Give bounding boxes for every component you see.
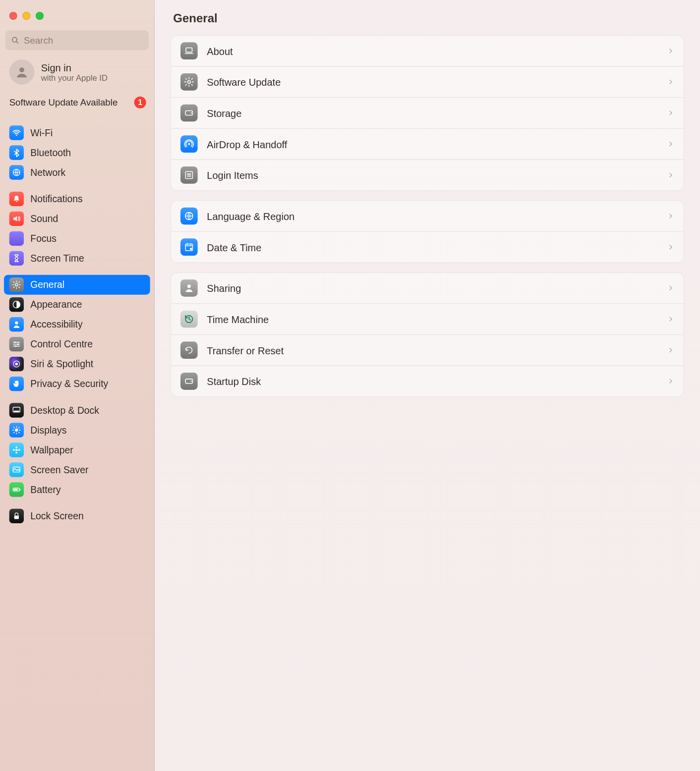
close-window-button[interactable]	[9, 12, 17, 20]
settings-group: AboutSoftware UpdateStorageAirDrop & Han…	[171, 35, 684, 191]
clockback-icon	[180, 311, 198, 328]
settings-row-about[interactable]: About	[171, 36, 683, 66]
settings-row-sharing[interactable]: Sharing	[171, 273, 683, 303]
sidebar-item-label: Wi-Fi	[30, 127, 53, 138]
bluetooth-icon	[9, 145, 24, 160]
sidebar-item-general[interactable]: General	[4, 275, 150, 295]
settings-row-label: Startup Disk	[207, 376, 261, 387]
sidebar-item-privacy[interactable]: Privacy & Security	[4, 374, 150, 394]
sidebar-item-sound[interactable]: Sound	[4, 209, 150, 228]
sidebar-item-label: Notifications	[30, 194, 82, 204]
sidebar-item-bluetooth[interactable]: Bluetooth	[4, 143, 150, 163]
settings-row-timemachine[interactable]: Time Machine	[171, 303, 683, 334]
bell-icon	[9, 192, 24, 206]
sidebar-item-accessibility[interactable]: Accessibility	[4, 315, 150, 334]
sidebar: Sign in with your Apple ID Software Upda…	[0, 0, 155, 771]
settings-row-login-items[interactable]: Login Items	[171, 159, 683, 190]
sidebar-item-label: Sound	[30, 214, 58, 224]
settings-row-datetime[interactable]: Date & Time	[171, 231, 683, 263]
flower-icon	[9, 442, 24, 457]
sidebar-item-label: General	[30, 279, 64, 290]
reset-icon	[180, 341, 198, 359]
settings-row-label: Time Machine	[207, 314, 269, 325]
chevron-right-icon	[668, 241, 674, 253]
chevron-right-icon	[668, 344, 674, 356]
sidebar-item-label: Siri & Spotlight	[30, 359, 93, 369]
speaker-icon	[9, 212, 24, 226]
settings-row-label: Sharing	[207, 282, 241, 294]
signin-title: Sign in	[41, 62, 108, 73]
settings-row-language[interactable]: Language & Region	[171, 201, 683, 231]
settings-row-label: Storage	[207, 108, 241, 119]
sidebar-item-label: Control Centre	[30, 339, 93, 349]
settings-row-startup[interactable]: Startup Disk	[171, 365, 683, 396]
list-icon	[180, 166, 198, 184]
sidebar-item-label: Focus	[30, 233, 57, 244]
calendar-icon	[180, 238, 198, 256]
chevron-right-icon	[668, 108, 674, 119]
sidebar-item-controlcentre[interactable]: Control Centre	[4, 334, 150, 354]
avatar	[9, 59, 35, 85]
sidebar-item-lockscreen[interactable]: Lock Screen	[4, 506, 150, 526]
settings-row-software-update[interactable]: Software Update	[171, 66, 683, 97]
settings-row-label: Software Update	[207, 76, 281, 88]
globe-icon	[180, 208, 198, 225]
page-title: General	[171, 12, 684, 26]
window-controls	[0, 5, 154, 29]
settings-row-label: AirDrop & Handoff	[207, 138, 287, 150]
zoom-window-button[interactable]	[36, 12, 44, 20]
svg-point-2	[19, 67, 24, 72]
minimize-window-button[interactable]	[22, 12, 30, 20]
signin-text: Sign in with your Apple ID	[41, 62, 108, 82]
settings-row-airdrop[interactable]: AirDrop & Handoff	[171, 128, 683, 160]
chevron-right-icon	[668, 376, 674, 387]
globe-icon	[9, 165, 24, 179]
gear-icon	[180, 73, 198, 91]
sidebar-list: Wi-FiBluetoothNetworkNotificationsSoundF…	[0, 115, 154, 533]
frame-icon	[9, 462, 24, 477]
sidebar-item-wifi[interactable]: Wi-Fi	[4, 123, 150, 143]
sidebar-item-notifications[interactable]: Notifications	[4, 189, 150, 209]
sidebar-item-displays[interactable]: Displays	[4, 420, 150, 440]
sidebar-item-appearance[interactable]: Appearance	[4, 295, 150, 315]
promo-text: Software Update Available	[9, 97, 118, 108]
orb-icon	[9, 357, 24, 371]
settings-row-label: About	[207, 45, 233, 56]
software-update-available-row[interactable]: Software Update Available 1	[0, 93, 154, 115]
dock-icon	[9, 403, 24, 417]
sidebar-item-label: Privacy & Security	[30, 379, 108, 389]
main-content: General AboutSoftware UpdateStorageAirDr…	[155, 0, 700, 771]
sidebar-item-focus[interactable]: Focus	[4, 228, 150, 248]
sidebar-item-network[interactable]: Network	[4, 163, 150, 182]
sidebar-item-label: Accessibility	[30, 319, 82, 330]
chevron-right-icon	[668, 211, 674, 222]
person-icon	[180, 279, 198, 297]
chevron-right-icon	[668, 314, 674, 325]
sidebar-item-label: Displays	[30, 425, 66, 435]
signin-row[interactable]: Sign in with your Apple ID	[0, 57, 154, 93]
settings-row-label: Language & Region	[207, 211, 294, 222]
settings-row-label: Login Items	[207, 169, 258, 181]
settings-row-transfer[interactable]: Transfer or Reset	[171, 334, 683, 366]
settings-row-storage[interactable]: Storage	[171, 97, 683, 128]
sidebar-item-label: Screen Time	[30, 253, 84, 264]
sidebar-item-siri[interactable]: Siri & Spotlight	[4, 354, 150, 374]
sidebar-item-wallpaper[interactable]: Wallpaper	[4, 440, 150, 460]
sidebar-item-label: Bluetooth	[30, 147, 71, 158]
battery-icon	[9, 482, 24, 496]
sidebar-item-battery[interactable]: Battery	[4, 480, 150, 499]
sidebar-item-desktopdock[interactable]: Desktop & Dock	[4, 400, 150, 420]
sun-icon	[9, 423, 24, 437]
person-icon	[9, 317, 24, 331]
settings-row-label: Date & Time	[207, 241, 261, 253]
moon-icon	[9, 231, 24, 246]
sidebar-search[interactable]	[5, 30, 149, 50]
hourglass-icon	[9, 251, 24, 266]
search-input[interactable]	[24, 35, 143, 46]
sidebar-item-label: Screen Saver	[30, 464, 88, 475]
sidebar-item-screensaver[interactable]: Screen Saver	[4, 460, 150, 480]
update-badge: 1	[134, 97, 146, 109]
settings-group: SharingTime MachineTransfer or ResetStar…	[171, 272, 684, 397]
sidebar-item-screentime[interactable]: Screen Time	[4, 248, 150, 268]
lock-icon	[9, 509, 24, 523]
